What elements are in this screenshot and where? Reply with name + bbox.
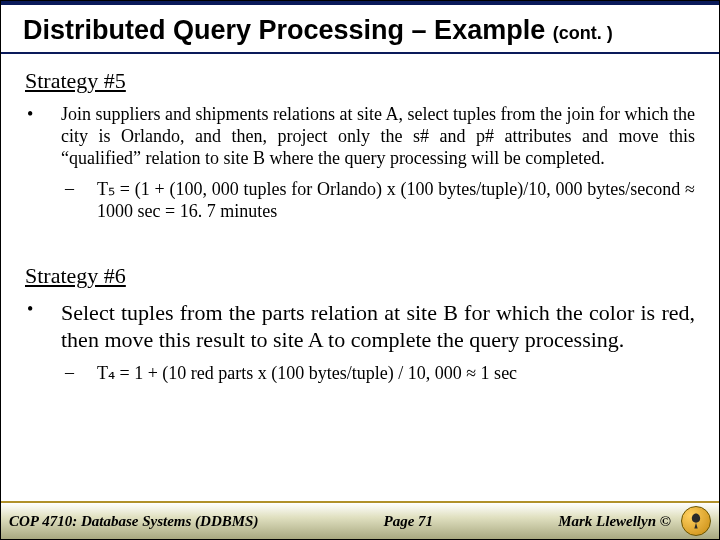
strategy6-heading: Strategy #6 — [25, 263, 695, 289]
vertical-gap — [25, 229, 695, 259]
slide-title-cont: (cont. ) — [553, 23, 613, 43]
strategy5-sub-text: T₅ = (1 + (100, 000 tuples for Orlando) … — [97, 178, 695, 223]
slide-body: Strategy #5 • Join suppliers and shipmen… — [1, 54, 719, 384]
dash-marker: – — [61, 178, 97, 199]
strategy5-bullet: • Join suppliers and shipments relations… — [25, 104, 695, 170]
slide-title: Distributed Query Processing – Example (… — [1, 5, 719, 54]
footer-author: Mark Llewellyn © — [558, 513, 671, 530]
footer-bar: COP 4710: Database Systems (DDBMS) Page … — [1, 501, 719, 539]
footer-page: Page 71 — [384, 513, 434, 530]
slide-title-main: Distributed Query Processing – Example — [23, 15, 553, 45]
bullet-marker: • — [25, 104, 61, 125]
footer-course: COP 4710: Database Systems (DDBMS) — [9, 513, 258, 530]
strategy6-bullet: • Select tuples from the parts relation … — [25, 299, 695, 354]
dash-marker: – — [61, 362, 97, 383]
strategy6-sub-text: T₄ = 1 + (10 red parts x (100 bytes/tupl… — [97, 362, 695, 385]
strategy5-heading: Strategy #5 — [25, 68, 695, 94]
strategy6-bullet-text: Select tuples from the parts relation at… — [61, 299, 695, 354]
bullet-marker: • — [25, 299, 61, 320]
strategy5-bullet-text: Join suppliers and shipments relations a… — [61, 104, 695, 170]
strategy6-sub: – T₄ = 1 + (10 red parts x (100 bytes/tu… — [61, 362, 695, 385]
strategy5-sub: – T₅ = (1 + (100, 000 tuples for Orlando… — [61, 178, 695, 223]
ucf-logo — [681, 506, 711, 536]
